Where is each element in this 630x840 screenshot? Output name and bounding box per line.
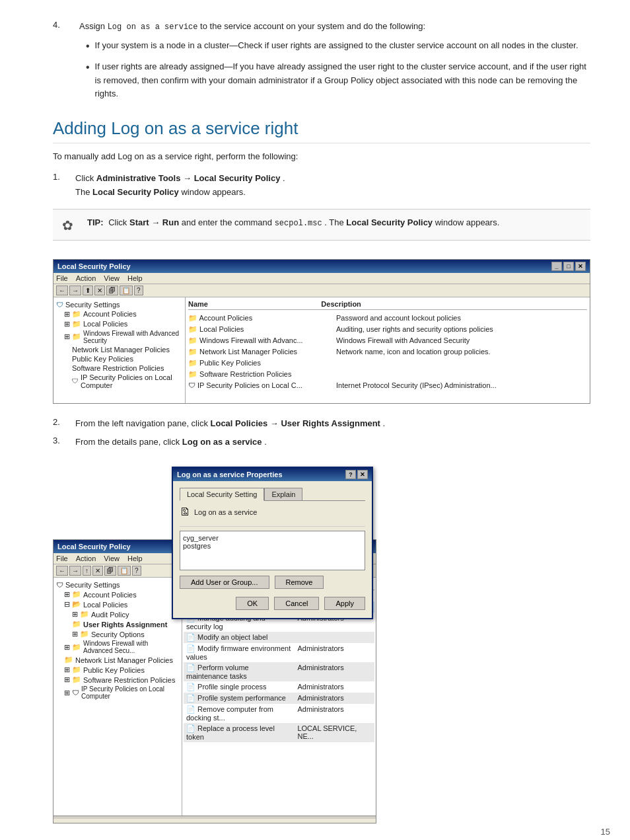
- paste-button[interactable]: 📋: [120, 286, 133, 295]
- tree-firewall[interactable]: ⊞ 📁 Windows Firewall with Advanced Secur…: [56, 329, 182, 345]
- main-menu-action-2[interactable]: Action: [76, 554, 96, 562]
- tree-label-4: Network List Manager Policies: [72, 346, 170, 354]
- page-number: 15: [601, 827, 610, 837]
- step4-bullet-list: • If your system is a node in a cluster—…: [79, 39, 590, 101]
- menu-action-1[interactable]: Action: [76, 274, 96, 282]
- tree-software-restriction[interactable]: Software Restriction Policies: [56, 363, 182, 373]
- cut-button[interactable]: ✕: [94, 286, 105, 295]
- tip-text-before: Click: [108, 217, 129, 227]
- minimize-button-1[interactable]: _: [551, 262, 562, 271]
- win-content-1: 🛡 Security Settings ⊞ 📁 Account Policies…: [53, 297, 590, 403]
- tree2-softrestrict[interactable]: ⊞ 📁 Software Restriction Policies: [56, 675, 179, 685]
- titlebar-buttons-1[interactable]: _ □ ✕: [551, 262, 586, 271]
- tree-ipsec[interactable]: 🛡 IP Security Policies on Local Computer: [56, 373, 182, 390]
- menu-file-1[interactable]: File: [56, 274, 68, 282]
- tree2-label-9: Software Restriction Policies: [83, 676, 175, 684]
- list-entry-2: postgres: [183, 542, 362, 550]
- tree-label-6: Software Restriction Policies: [72, 364, 164, 372]
- tree2-security-options[interactable]: ⊞ 📁 Security Options: [56, 629, 179, 639]
- tree2-label-2: Local Policies: [83, 601, 127, 609]
- tree-network-list[interactable]: Network List Manager Policies: [56, 345, 182, 354]
- dialog-content: Local Security Setting Explain 🖻 Log on …: [173, 481, 372, 618]
- main-menu-view-2[interactable]: View: [104, 554, 120, 562]
- step-3-content: From the details pane, click Log on as a…: [75, 436, 267, 449]
- menu-view-1[interactable]: View: [104, 274, 120, 282]
- main-paste-2[interactable]: 📋: [118, 566, 131, 576]
- dialog-separator: [180, 523, 365, 527]
- add-remove-buttons: Add User or Group... Remove: [180, 576, 365, 589]
- tab-local-security[interactable]: Local Security Setting: [180, 488, 264, 501]
- ok-button[interactable]: OK: [236, 597, 269, 610]
- tree2-account[interactable]: ⊞ 📁 Account Policies: [56, 590, 179, 599]
- close-button-1[interactable]: ✕: [575, 262, 586, 271]
- menu-help-1[interactable]: Help: [127, 274, 143, 282]
- row6-name: 📁 Software Restriction Policies: [188, 370, 333, 379]
- main-menu-help-2[interactable]: Help: [127, 554, 143, 562]
- main-statusbar-2: [53, 816, 376, 819]
- folder-icon-2: 📁: [72, 320, 81, 328]
- policy-col: 📄 Modify firmware environment values: [184, 643, 295, 662]
- tree2-root-icon: 🛡: [56, 581, 63, 589]
- tree2-label-5: Security Options: [91, 630, 145, 638]
- table-row: 📄 Remove computer from docking st... Adm…: [184, 704, 374, 723]
- tree-local-policies[interactable]: ⊞ 📁 Local Policies: [56, 319, 182, 329]
- main-forward-2[interactable]: →: [69, 566, 81, 576]
- row4-desc: Network name, icon and location group po…: [336, 348, 587, 356]
- tab-explain[interactable]: Explain: [264, 488, 302, 500]
- forward-button[interactable]: →: [69, 286, 81, 295]
- dialog-action-buttons: OK Cancel Apply: [180, 593, 365, 611]
- copy-button[interactable]: 🗐: [106, 286, 118, 295]
- tree2-expand-8: ⊞: [64, 666, 70, 674]
- tree2-pubkey[interactable]: ⊞ 📁 Public Key Policies: [56, 665, 179, 675]
- tip-code: secpol.msc: [275, 219, 322, 228]
- screenshot-2-wrapper: Log on as a service Properties ? ✕ Local…: [53, 460, 502, 804]
- tree2-folder-2: 📂: [72, 600, 81, 609]
- apply-button[interactable]: Apply: [324, 597, 365, 610]
- main-copy-2[interactable]: 🗐: [104, 566, 116, 576]
- remove-button[interactable]: Remove: [275, 576, 324, 589]
- dialog-tabs: Local Security Setting Explain: [180, 488, 365, 501]
- screenshot-1: Local Security Policy _ □ ✕ File Action …: [53, 259, 590, 404]
- main-cut-2[interactable]: ✕: [92, 566, 103, 576]
- setting-col: Administrators: [295, 693, 374, 704]
- tip-box: ✿ TIP: Click Start → Run and enter the c…: [53, 209, 590, 241]
- step3-bold1: Log on as a service: [182, 437, 262, 447]
- tip-text-after: . The: [324, 217, 346, 227]
- bullet-text-1: If your system is a node in a cluster—Ch…: [95, 39, 578, 55]
- setting-col: Administrators: [295, 662, 374, 681]
- tree-public-key[interactable]: Public Key Policies: [56, 354, 182, 363]
- tree2-local[interactable]: ⊟ 📂 Local Policies: [56, 599, 179, 609]
- tree2-networklist[interactable]: 📁 Network List Manager Policies: [56, 655, 179, 665]
- main-back-2[interactable]: ←: [56, 566, 68, 576]
- dialog-section-title: 🖻 Log on as a service: [180, 506, 365, 518]
- main-up-2[interactable]: ↑: [83, 566, 91, 576]
- back-button[interactable]: ←: [56, 286, 68, 295]
- dialog-close-button[interactable]: ✕: [357, 470, 368, 479]
- tree2-firewall[interactable]: ⊞ 📁 Windows Firewall with Advanced Secu.…: [56, 639, 179, 655]
- tree2-user-rights[interactable]: 📁 User Rights Assignment: [56, 619, 179, 629]
- main-menu-file-2[interactable]: File: [56, 554, 68, 562]
- help-toolbar-button[interactable]: ?: [134, 286, 143, 295]
- tree2-ipsec[interactable]: ⊞ 🛡 IP Security Policies on Local Comput…: [56, 685, 179, 701]
- step-2-number: 2.: [53, 417, 67, 431]
- tree2-folder-3: 📁: [80, 610, 89, 619]
- step1-bold2: Local Security Policy: [194, 173, 281, 183]
- tree2-expand-2: ⊟: [64, 600, 70, 609]
- right-pane-1: Name Description 📁 Account Policies Pass…: [186, 297, 590, 403]
- tree2-root-label: Security Settings: [65, 581, 120, 589]
- step1-arrow: →: [183, 173, 192, 183]
- main-help-2[interactable]: ?: [132, 566, 141, 576]
- dialog-help-button[interactable]: ?: [345, 470, 356, 479]
- maximize-button-1[interactable]: □: [563, 262, 574, 271]
- up-button[interactable]: ⬆: [83, 286, 93, 295]
- tip-arrow: →: [151, 217, 160, 227]
- dialog-list-area[interactable]: cyg_server postgres: [180, 531, 365, 570]
- add-user-button[interactable]: Add User or Group...: [180, 576, 269, 589]
- step2-bold2: User Rights Assignment: [281, 418, 380, 428]
- tree2-label-4: User Rights Assignment: [83, 621, 167, 629]
- step-4-text: Assign Log on as a service to the servic…: [79, 20, 590, 106]
- tree2-audit[interactable]: ⊞ 📁 Audit Policy: [56, 609, 179, 619]
- cancel-button[interactable]: Cancel: [274, 597, 319, 610]
- tree-account-policies[interactable]: ⊞ 📁 Account Policies: [56, 309, 182, 319]
- tree-label-7: IP Security Policies on Local Computer: [81, 373, 182, 389]
